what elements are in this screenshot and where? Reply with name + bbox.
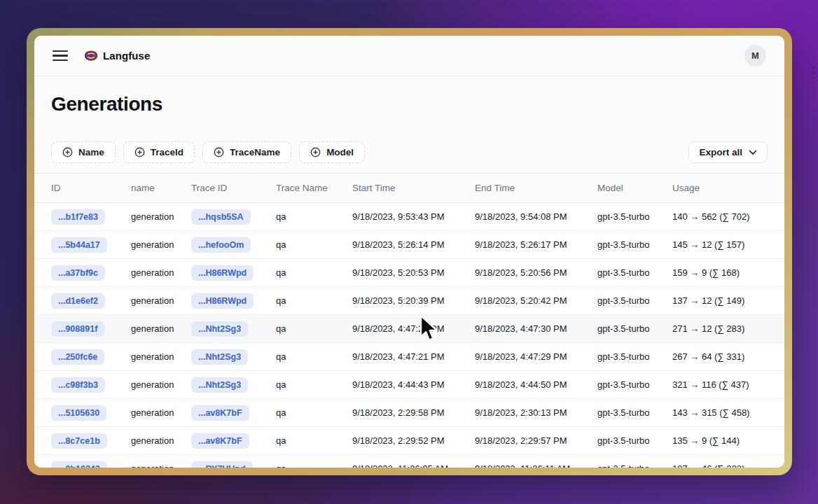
filter-button-model[interactable]: Model xyxy=(299,141,365,163)
end-time-cell: 9/18/2023, 9:54:08 PM xyxy=(475,211,597,222)
generation-id-badge[interactable]: ...908891f xyxy=(51,321,104,337)
model-cell: gpt-3.5-turbo xyxy=(597,239,672,250)
usage-cell: 271 → 12 (∑ 283) xyxy=(672,323,768,334)
window-grip-dots xyxy=(812,66,814,79)
trace-id-badge[interactable]: ...Nht2Sg3 xyxy=(191,377,248,393)
end-time-cell: 9/18/2023, 11:26:11 AM xyxy=(475,463,597,468)
page-title: Generations xyxy=(51,93,162,115)
model-cell: gpt-3.5-turbo xyxy=(597,407,672,418)
start-time-cell: 9/18/2023, 5:26:14 PM xyxy=(352,239,475,250)
generation-id-badge[interactable]: ...a37bf9c xyxy=(51,265,105,281)
end-time-cell: 9/18/2023, 5:20:42 PM xyxy=(475,295,597,306)
chevron-down-icon xyxy=(749,150,757,155)
trace-id-badge[interactable]: ...av8K7bF xyxy=(191,405,249,421)
start-time-cell: 9/18/2023, 4:44:43 PM xyxy=(352,379,475,390)
circle-plus-icon xyxy=(310,147,321,158)
usage-cell: 137 → 12 (∑ 149) xyxy=(672,295,768,306)
end-time-cell: 9/18/2023, 5:20:56 PM xyxy=(475,267,597,278)
generation-id-badge[interactable]: ...c98f3b3 xyxy=(51,377,105,393)
trace-id-badge[interactable]: ...Nht2Sg3 xyxy=(191,349,248,365)
column-header-model: Model xyxy=(597,183,672,193)
generation-id-badge[interactable]: ...b1f7e83 xyxy=(51,209,105,225)
name-cell: generation xyxy=(131,407,191,418)
usage-cell: 145 → 12 (∑ 157) xyxy=(672,239,768,250)
app-window: Langfuse M Generations Name TraceId xyxy=(27,28,792,475)
start-time-cell: 9/18/2023, 5:20:39 PM xyxy=(352,295,475,306)
generation-id-badge[interactable]: ...250fc6e xyxy=(51,349,104,365)
filter-toolbar: Name TraceId TraceName Model xyxy=(51,141,768,163)
circle-plus-icon xyxy=(214,147,224,158)
table-row[interactable]: ...d1e6ef2 generation ...H86RWpd qa 9/18… xyxy=(34,287,784,315)
trace-name-cell: qa xyxy=(276,351,352,362)
generation-id-badge[interactable]: ...d1e6ef2 xyxy=(51,293,105,309)
table-row[interactable]: ...b1f7e83 generation ...hqsb5SA qa 9/18… xyxy=(34,203,784,231)
filter-label: TraceName xyxy=(230,147,280,158)
user-avatar[interactable]: M xyxy=(744,45,766,66)
usage-cell: 159 → 9 (∑ 168) xyxy=(672,267,768,278)
filter-button-name[interactable]: Name xyxy=(51,141,116,163)
menu-hamburger-icon[interactable] xyxy=(53,50,68,62)
brand[interactable]: Langfuse xyxy=(85,50,150,62)
table-row[interactable]: ...908891f generation ...Nht2Sg3 qa 9/18… xyxy=(34,315,784,343)
export-all-button[interactable]: Export all xyxy=(688,141,768,163)
start-time-cell: 9/18/2023, 2:29:52 PM xyxy=(352,435,475,446)
table-row[interactable]: ...5b44a17 generation ...hefooOm qa 9/18… xyxy=(34,231,784,259)
table-row[interactable]: ...a37bf9c generation ...H86RWpd qa 9/18… xyxy=(34,259,784,287)
generation-id-badge[interactable]: ...8c7ce1b xyxy=(51,433,107,449)
model-cell: gpt-3.5-turbo xyxy=(597,379,672,390)
name-cell: generation xyxy=(131,211,191,222)
trace-id-badge[interactable]: ...RY7UUpd xyxy=(191,461,253,468)
name-cell: generation xyxy=(131,295,191,306)
table-row[interactable]: ...c98f3b3 generation ...Nht2Sg3 qa 9/18… xyxy=(34,371,784,399)
trace-id-badge[interactable]: ...av8K7bF xyxy=(191,433,249,449)
app-title: Langfuse xyxy=(103,50,150,62)
export-all-label: Export all xyxy=(699,147,742,158)
filter-button-tracename[interactable]: TraceName xyxy=(202,141,291,163)
trace-id-badge[interactable]: ...hefooOm xyxy=(191,237,251,253)
end-time-cell: 9/18/2023, 2:29:57 PM xyxy=(475,435,597,446)
trace-id-badge[interactable]: ...H86RWpd xyxy=(191,293,254,309)
generation-id-badge[interactable]: ...5b44a17 xyxy=(51,237,107,253)
name-cell: generation xyxy=(131,351,191,362)
start-time-cell: 9/18/2023, 5:20:53 PM xyxy=(352,267,475,278)
trace-id-badge[interactable]: ...Nht2Sg3 xyxy=(191,321,248,337)
end-time-cell: 9/18/2023, 2:30:13 PM xyxy=(475,407,597,418)
name-cell: generation xyxy=(131,379,191,390)
langfuse-app: Langfuse M Generations Name TraceId xyxy=(34,36,784,468)
generation-id-badge[interactable]: ...5105630 xyxy=(51,405,106,421)
end-time-cell: 9/18/2023, 4:44:50 PM xyxy=(475,379,597,390)
trace-name-cell: qa xyxy=(276,463,352,468)
trace-name-cell: qa xyxy=(276,435,352,446)
trace-id-badge[interactable]: ...H86RWpd xyxy=(191,265,254,281)
usage-cell: 143 → 315 (∑ 458) xyxy=(672,407,768,418)
generations-table: ID name Trace ID Trace Name Start Time E… xyxy=(34,173,784,468)
start-time-cell: 9/18/2023, 2:29:58 PM xyxy=(352,407,475,418)
trace-name-cell: qa xyxy=(276,323,352,334)
column-header-usage: Usage xyxy=(672,183,768,193)
start-time-cell: 9/18/2023, 4:47:21 PM xyxy=(352,351,475,362)
table-row[interactable]: ...8c7ce1b generation ...av8K7bF qa 9/18… xyxy=(34,427,784,455)
model-cell: gpt-3.5-turbo xyxy=(597,435,672,446)
app-header: Langfuse M xyxy=(34,36,784,76)
trace-name-cell: qa xyxy=(276,267,352,278)
usage-cell: 321 → 116 (∑ 437) xyxy=(672,379,768,390)
trace-id-badge[interactable]: ...hqsb5SA xyxy=(191,209,251,225)
end-time-cell: 9/18/2023, 4:47:29 PM xyxy=(475,351,597,362)
model-cell: gpt-3.5-turbo xyxy=(597,267,672,278)
column-header-trace-name: Trace Name xyxy=(276,183,352,193)
langfuse-logo-icon xyxy=(85,50,97,61)
model-cell: gpt-3.5-turbo xyxy=(597,211,672,222)
name-cell: generation xyxy=(131,463,191,468)
end-time-cell: 9/18/2023, 4:47:30 PM xyxy=(475,323,597,334)
generation-id-badge[interactable]: ...0b10342 xyxy=(51,461,107,468)
table-row[interactable]: ...250fc6e generation ...Nht2Sg3 qa 9/18… xyxy=(34,343,784,371)
table-body: ...b1f7e83 generation ...hqsb5SA qa 9/18… xyxy=(34,203,784,468)
table-row[interactable]: ...0b10342 generation ...RY7UUpd qa 9/18… xyxy=(34,455,784,468)
filter-button-traceid[interactable]: TraceId xyxy=(123,141,195,163)
name-cell: generation xyxy=(131,239,191,250)
usage-cell: 140 → 562 (∑ 702) xyxy=(672,211,768,222)
column-header-name: name xyxy=(131,183,191,193)
name-cell: generation xyxy=(131,267,191,278)
filter-label: Model xyxy=(326,147,354,158)
table-row[interactable]: ...5105630 generation ...av8K7bF qa 9/18… xyxy=(34,399,784,427)
